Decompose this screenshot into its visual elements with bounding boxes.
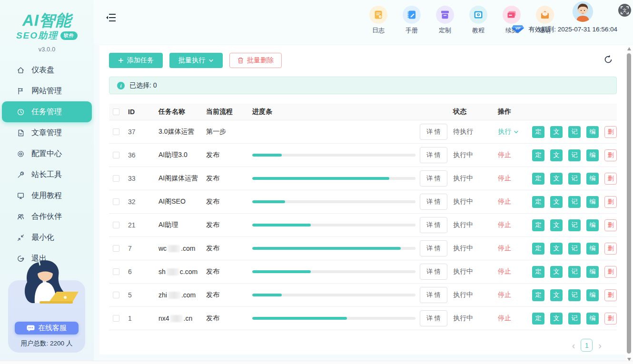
op-button-文[interactable]: 文 <box>550 173 563 185</box>
stop-action-link[interactable]: 停止 <box>498 174 532 183</box>
delete-button[interactable]: 删 <box>604 243 617 255</box>
row-checkbox[interactable] <box>113 198 119 205</box>
stop-action-link[interactable]: 停止 <box>498 267 532 276</box>
detail-button[interactable]: 详 情 <box>420 264 447 280</box>
op-button-记[interactable]: 记 <box>568 313 581 325</box>
row-checkbox[interactable] <box>113 268 119 275</box>
op-button-记[interactable]: 记 <box>568 196 581 208</box>
op-button-记[interactable]: 记 <box>568 173 581 185</box>
scrollbar-up-arrow[interactable] <box>627 47 631 50</box>
op-button-文[interactable]: 文 <box>550 243 563 255</box>
delete-button[interactable]: 删 <box>604 219 617 231</box>
op-button-编[interactable]: 编 <box>586 126 599 138</box>
op-button-定[interactable]: 定 <box>532 219 544 231</box>
row-checkbox[interactable] <box>113 222 119 228</box>
sidebar-item-4[interactable]: 文章管理 <box>2 122 92 143</box>
op-button-定[interactable]: 定 <box>532 289 544 301</box>
sidebar-item-6[interactable]: 站长工具 <box>2 164 92 185</box>
row-checkbox[interactable] <box>113 315 119 322</box>
op-button-文[interactable]: 文 <box>550 149 563 161</box>
op-button-编[interactable]: 编 <box>586 149 599 161</box>
op-button-定[interactable]: 定 <box>532 243 544 255</box>
op-button-记[interactable]: 记 <box>568 243 581 255</box>
delete-button[interactable]: 删 <box>604 196 617 208</box>
vertical-scrollbar[interactable] <box>626 45 633 364</box>
delete-button[interactable]: 删 <box>604 313 617 325</box>
op-button-编[interactable]: 编 <box>586 266 599 278</box>
detail-button[interactable]: 详 情 <box>420 217 447 233</box>
op-button-文[interactable]: 文 <box>550 219 563 231</box>
op-button-记[interactable]: 记 <box>568 126 581 138</box>
delete-button[interactable]: 删 <box>604 289 617 301</box>
stop-action-link[interactable]: 停止 <box>498 221 532 229</box>
op-button-定[interactable]: 定 <box>532 126 544 138</box>
page-1-button[interactable]: 1 <box>581 339 593 352</box>
detail-button[interactable]: 详 情 <box>420 287 447 303</box>
delete-button[interactable]: 删 <box>604 126 617 138</box>
op-button-记[interactable]: 记 <box>568 289 581 301</box>
stop-action-link[interactable]: 停止 <box>498 314 532 323</box>
delete-button[interactable]: 删 <box>604 266 617 278</box>
op-button-编[interactable]: 编 <box>586 289 599 301</box>
op-button-编[interactable]: 编 <box>586 313 599 325</box>
next-page-button[interactable]: › <box>598 341 602 350</box>
row-checkbox[interactable] <box>113 175 119 182</box>
op-button-定[interactable]: 定 <box>532 266 544 278</box>
detail-button[interactable]: 详 情 <box>420 310 447 326</box>
sidebar-item-1[interactable]: 仪表盘 <box>2 59 92 80</box>
scrollbar-thumb[interactable] <box>627 53 631 354</box>
row-checkbox[interactable] <box>113 292 119 298</box>
op-button-文[interactable]: 文 <box>550 126 563 138</box>
op-button-定[interactable]: 定 <box>532 196 544 208</box>
user-avatar[interactable] <box>573 1 593 22</box>
batch-execute-button[interactable]: 批量执行 <box>169 53 223 68</box>
select-all-checkbox[interactable] <box>113 108 119 115</box>
translate-fab-icon[interactable]: 文 <box>618 4 631 17</box>
detail-button[interactable]: 详 情 <box>420 194 447 210</box>
sidebar-item-7[interactable]: 使用教程 <box>2 185 92 206</box>
op-button-编[interactable]: 编 <box>586 196 599 208</box>
row-checkbox[interactable] <box>113 128 119 135</box>
detail-button[interactable]: 详 情 <box>420 147 447 163</box>
topnav-手册[interactable]: 手册 <box>398 6 425 35</box>
stop-action-link[interactable]: 停止 <box>498 197 532 206</box>
detail-button[interactable]: 详 情 <box>420 124 447 140</box>
sidebar-item-3[interactable]: 任务管理 <box>2 101 92 122</box>
op-button-文[interactable]: 文 <box>550 266 563 278</box>
sidebar-item-9[interactable]: 最小化 <box>2 227 92 248</box>
prev-page-button[interactable]: ‹ <box>572 341 575 350</box>
op-button-文[interactable]: 文 <box>550 313 563 325</box>
stop-action-link[interactable]: 停止 <box>498 244 532 253</box>
stop-action-link[interactable]: 停止 <box>498 151 532 159</box>
op-button-记[interactable]: 记 <box>568 219 581 231</box>
row-checkbox[interactable] <box>113 245 119 252</box>
detail-button[interactable]: 详 情 <box>420 240 447 256</box>
row-checkbox[interactable] <box>113 152 119 158</box>
refresh-button[interactable] <box>603 55 615 66</box>
op-button-记[interactable]: 记 <box>568 149 581 161</box>
op-button-文[interactable]: 文 <box>550 196 563 208</box>
stop-action-link[interactable]: 停止 <box>498 291 532 299</box>
op-button-编[interactable]: 编 <box>586 219 599 231</box>
delete-button[interactable]: 删 <box>604 173 617 185</box>
online-service-button[interactable]: 在线客服 <box>15 322 79 334</box>
op-button-定[interactable]: 定 <box>532 313 544 325</box>
sidebar-item-2[interactable]: 网站管理 <box>2 80 92 101</box>
op-button-编[interactable]: 编 <box>586 243 599 255</box>
topnav-定制[interactable]: 定制 <box>432 6 458 35</box>
topnav-教程[interactable]: 教程 <box>465 6 492 35</box>
sidebar-item-5[interactable]: 配置中心 <box>2 143 92 164</box>
delete-button[interactable]: 删 <box>604 149 617 161</box>
sidebar-item-8[interactable]: 合作伙伴 <box>2 206 92 227</box>
add-task-button[interactable]: 添加任务 <box>109 53 163 68</box>
op-button-编[interactable]: 编 <box>586 173 599 185</box>
topnav-日志[interactable]: 日志 <box>365 6 392 35</box>
batch-delete-button[interactable]: 批量删除 <box>229 53 282 68</box>
op-button-文[interactable]: 文 <box>550 289 563 301</box>
op-button-定[interactable]: 定 <box>532 149 544 161</box>
execute-action-link[interactable]: 执行 <box>498 128 532 136</box>
detail-button[interactable]: 详 情 <box>420 170 447 187</box>
op-button-记[interactable]: 记 <box>568 266 581 278</box>
op-button-定[interactable]: 定 <box>532 173 544 185</box>
collapse-sidebar-button[interactable] <box>106 13 116 22</box>
